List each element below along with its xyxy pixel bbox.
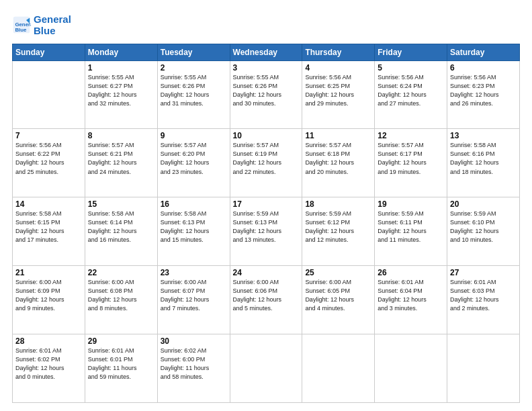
day-number: 17 [233, 199, 300, 209]
day-info: Sunrise: 6:00 AM Sunset: 6:06 PM Dayligh… [233, 278, 300, 313]
day-number: 19 [378, 199, 444, 209]
day-number: 26 [378, 268, 444, 277]
calendar-cell: 24Sunrise: 6:00 AM Sunset: 6:06 PM Dayli… [230, 266, 302, 334]
weekday-saturday: Saturday [447, 44, 520, 60]
calendar-cell: 27Sunrise: 6:01 AM Sunset: 6:03 PM Dayli… [447, 266, 520, 334]
calendar-cell: 3Sunrise: 5:55 AM Sunset: 6:26 PM Daylig… [230, 60, 302, 129]
day-info: Sunrise: 6:00 AM Sunset: 6:05 PM Dayligh… [305, 278, 371, 313]
day-number: 21 [15, 268, 82, 277]
day-number: 18 [305, 199, 371, 209]
calendar-week-1: 1Sunrise: 5:55 AM Sunset: 6:27 PM Daylig… [13, 60, 520, 129]
day-info: Sunrise: 5:59 AM Sunset: 6:11 PM Dayligh… [378, 210, 444, 244]
calendar-cell: 23Sunrise: 6:00 AM Sunset: 6:07 PM Dayli… [157, 266, 230, 334]
day-info: Sunrise: 5:55 AM Sunset: 6:27 PM Dayligh… [88, 73, 154, 108]
day-info: Sunrise: 5:59 AM Sunset: 6:12 PM Dayligh… [305, 210, 371, 244]
day-info: Sunrise: 6:01 AM Sunset: 6:04 PM Dayligh… [378, 278, 444, 313]
calendar-cell: 28Sunrise: 6:01 AM Sunset: 6:02 PM Dayli… [13, 334, 85, 403]
calendar-cell: 12Sunrise: 5:57 AM Sunset: 6:17 PM Dayli… [375, 129, 447, 197]
day-info: Sunrise: 6:00 AM Sunset: 6:08 PM Dayligh… [88, 278, 154, 313]
logo-text: General Blue [34, 13, 71, 37]
day-info: Sunrise: 5:57 AM Sunset: 6:19 PM Dayligh… [233, 141, 300, 176]
calendar-cell: 19Sunrise: 5:59 AM Sunset: 6:11 PM Dayli… [375, 197, 447, 266]
day-number: 3 [233, 63, 300, 73]
day-number: 1 [88, 63, 154, 73]
day-info: Sunrise: 5:57 AM Sunset: 6:17 PM Dayligh… [378, 141, 444, 176]
calendar-cell: 20Sunrise: 5:59 AM Sunset: 6:10 PM Dayli… [447, 197, 520, 266]
day-number: 8 [88, 131, 154, 140]
day-number: 15 [88, 199, 154, 209]
calendar-cell: 8Sunrise: 5:57 AM Sunset: 6:21 PM Daylig… [85, 129, 157, 197]
day-number: 24 [233, 268, 300, 277]
calendar-cell: 2Sunrise: 5:55 AM Sunset: 6:26 PM Daylig… [157, 60, 230, 129]
day-info: Sunrise: 6:01 AM Sunset: 6:01 PM Dayligh… [88, 347, 154, 381]
logo-icon: General Blue [12, 15, 31, 34]
calendar-cell: 5Sunrise: 5:56 AM Sunset: 6:24 PM Daylig… [375, 60, 447, 129]
calendar-cell: 13Sunrise: 5:58 AM Sunset: 6:16 PM Dayli… [447, 129, 520, 197]
day-number: 29 [88, 336, 154, 346]
day-info: Sunrise: 5:57 AM Sunset: 6:18 PM Dayligh… [305, 141, 371, 176]
calendar-week-4: 21Sunrise: 6:00 AM Sunset: 6:09 PM Dayli… [13, 266, 520, 334]
calendar-cell [13, 60, 85, 129]
weekday-sunday: Sunday [13, 44, 85, 60]
calendar-cell: 14Sunrise: 5:58 AM Sunset: 6:15 PM Dayli… [13, 197, 85, 266]
svg-text:Blue: Blue [15, 27, 27, 33]
day-number: 4 [305, 63, 371, 73]
calendar-cell: 30Sunrise: 6:02 AM Sunset: 6:00 PM Dayli… [157, 334, 230, 403]
calendar-cell: 6Sunrise: 5:56 AM Sunset: 6:23 PM Daylig… [447, 60, 520, 129]
day-info: Sunrise: 5:56 AM Sunset: 6:24 PM Dayligh… [378, 73, 444, 108]
day-number: 22 [88, 268, 154, 277]
day-number: 20 [450, 199, 517, 209]
day-info: Sunrise: 5:58 AM Sunset: 6:16 PM Dayligh… [450, 141, 517, 176]
calendar-cell: 18Sunrise: 5:59 AM Sunset: 6:12 PM Dayli… [302, 197, 375, 266]
calendar-table: SundayMondayTuesdayWednesdayThursdayFrid… [12, 44, 520, 404]
day-info: Sunrise: 5:55 AM Sunset: 6:26 PM Dayligh… [233, 73, 300, 108]
weekday-friday: Friday [375, 44, 447, 60]
day-number: 23 [161, 268, 227, 277]
day-info: Sunrise: 6:01 AM Sunset: 6:02 PM Dayligh… [15, 347, 82, 381]
day-number: 7 [15, 131, 82, 140]
day-info: Sunrise: 5:57 AM Sunset: 6:20 PM Dayligh… [161, 141, 227, 176]
calendar-cell: 17Sunrise: 5:59 AM Sunset: 6:13 PM Dayli… [230, 197, 302, 266]
calendar-cell: 11Sunrise: 5:57 AM Sunset: 6:18 PM Dayli… [302, 129, 375, 197]
calendar-cell: 29Sunrise: 6:01 AM Sunset: 6:01 PM Dayli… [85, 334, 157, 403]
calendar-cell [230, 334, 302, 403]
weekday-tuesday: Tuesday [157, 44, 230, 60]
day-info: Sunrise: 5:56 AM Sunset: 6:25 PM Dayligh… [305, 73, 371, 108]
calendar-cell: 16Sunrise: 5:58 AM Sunset: 6:13 PM Dayli… [157, 197, 230, 266]
weekday-wednesday: Wednesday [230, 44, 302, 60]
weekday-header: SundayMondayTuesdayWednesdayThursdayFrid… [13, 44, 520, 60]
calendar-cell: 25Sunrise: 6:00 AM Sunset: 6:05 PM Dayli… [302, 266, 375, 334]
day-number: 16 [161, 199, 227, 209]
day-info: Sunrise: 5:56 AM Sunset: 6:23 PM Dayligh… [450, 73, 517, 108]
calendar-cell [302, 334, 375, 403]
calendar-cell: 9Sunrise: 5:57 AM Sunset: 6:20 PM Daylig… [157, 129, 230, 197]
day-number: 13 [450, 131, 517, 140]
calendar-cell: 1Sunrise: 5:55 AM Sunset: 6:27 PM Daylig… [85, 60, 157, 129]
weekday-monday: Monday [85, 44, 157, 60]
day-number: 10 [233, 131, 300, 140]
day-number: 6 [450, 63, 517, 73]
day-number: 12 [378, 131, 444, 140]
day-info: Sunrise: 6:02 AM Sunset: 6:00 PM Dayligh… [161, 347, 227, 381]
page: General Blue General Blue SundayMondayTu… [0, 0, 532, 411]
calendar-cell: 21Sunrise: 6:00 AM Sunset: 6:09 PM Dayli… [13, 266, 85, 334]
day-info: Sunrise: 5:59 AM Sunset: 6:10 PM Dayligh… [450, 210, 517, 244]
calendar-cell [375, 334, 447, 403]
day-number: 28 [15, 336, 82, 346]
calendar-week-2: 7Sunrise: 5:56 AM Sunset: 6:22 PM Daylig… [13, 129, 520, 197]
calendar-cell: 4Sunrise: 5:56 AM Sunset: 6:25 PM Daylig… [302, 60, 375, 129]
day-number: 2 [161, 63, 227, 73]
day-info: Sunrise: 5:58 AM Sunset: 6:15 PM Dayligh… [15, 210, 82, 244]
day-info: Sunrise: 5:58 AM Sunset: 6:13 PM Dayligh… [161, 210, 227, 244]
day-number: 30 [161, 336, 227, 346]
calendar-body: 1Sunrise: 5:55 AM Sunset: 6:27 PM Daylig… [13, 60, 520, 403]
logo: General Blue General Blue [12, 13, 71, 37]
calendar-cell: 26Sunrise: 6:01 AM Sunset: 6:04 PM Dayli… [375, 266, 447, 334]
calendar-cell [447, 334, 520, 403]
day-number: 9 [161, 131, 227, 140]
day-info: Sunrise: 5:55 AM Sunset: 6:26 PM Dayligh… [161, 73, 227, 108]
calendar-week-5: 28Sunrise: 6:01 AM Sunset: 6:02 PM Dayli… [13, 334, 520, 403]
calendar-cell: 7Sunrise: 5:56 AM Sunset: 6:22 PM Daylig… [13, 129, 85, 197]
day-info: Sunrise: 5:58 AM Sunset: 6:14 PM Dayligh… [88, 210, 154, 244]
day-info: Sunrise: 6:00 AM Sunset: 6:07 PM Dayligh… [161, 278, 227, 313]
